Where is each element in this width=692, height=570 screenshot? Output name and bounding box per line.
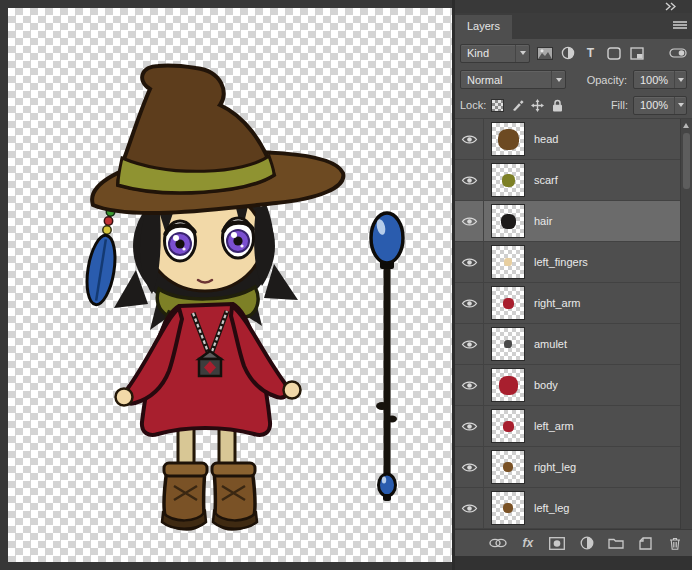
layer-row-left-arm[interactable]: left_arm	[455, 406, 692, 447]
visibility-toggle[interactable]	[455, 242, 484, 282]
visibility-toggle[interactable]	[455, 406, 484, 446]
chevron-down-icon	[674, 97, 686, 114]
pixel-filter-button[interactable]	[534, 44, 555, 63]
layers-list: head scarf hair	[455, 119, 692, 529]
layer-thumbnail[interactable]	[491, 122, 525, 156]
blend-mode-dropdown[interactable]: Normal	[460, 70, 566, 89]
layer-styles-button[interactable]: fx	[519, 534, 537, 552]
layer-row-head[interactable]: head	[455, 119, 692, 160]
new-group-button[interactable]	[608, 534, 626, 552]
fill-dropdown[interactable]: 100%	[633, 96, 687, 115]
eye-icon	[461, 298, 478, 309]
scrollbar-thumb[interactable]	[683, 133, 690, 189]
eye-icon	[461, 257, 478, 268]
lock-all-button[interactable]	[549, 97, 566, 114]
layer-thumbnail[interactable]	[491, 163, 525, 197]
layer-thumbnail[interactable]	[491, 204, 525, 238]
visibility-toggle[interactable]	[455, 324, 484, 364]
visibility-toggle[interactable]	[455, 201, 484, 241]
adjustment-filter-button[interactable]	[557, 44, 578, 63]
visibility-toggle[interactable]	[455, 365, 484, 405]
thumbnail-content	[503, 462, 513, 472]
layer-row-amulet[interactable]: amulet	[455, 324, 692, 365]
shape-filter-button[interactable]	[603, 44, 624, 63]
tab-layers[interactable]: Layers	[455, 15, 512, 39]
adjustment-circle-icon	[580, 536, 594, 550]
layer-name: amulet	[534, 338, 567, 350]
visibility-toggle[interactable]	[455, 447, 484, 487]
type-filter-button[interactable]: T	[580, 44, 601, 63]
lock-transparency-button[interactable]	[489, 97, 506, 114]
character-art	[83, 66, 344, 529]
layer-row-scarf[interactable]: scarf	[455, 160, 692, 201]
thumbnail-content	[504, 340, 512, 348]
layer-row-hair[interactable]: hair	[455, 201, 692, 242]
layer-thumbnail[interactable]	[491, 286, 525, 320]
lock-position-button[interactable]	[529, 97, 546, 114]
opacity-label: Opacity:	[587, 74, 627, 86]
layer-thumbnail[interactable]	[491, 368, 525, 402]
layer-name: left_arm	[534, 420, 574, 432]
layer-mask-icon	[549, 537, 565, 550]
document-canvas[interactable]	[8, 8, 452, 562]
fx-icon: fx	[522, 536, 533, 550]
visibility-toggle[interactable]	[455, 160, 484, 200]
adjustment-icon	[561, 46, 575, 60]
eye-icon	[461, 421, 478, 432]
panel-bottom-strip	[455, 556, 692, 570]
chevron-down-icon	[515, 45, 529, 62]
thumbnail-content	[499, 376, 518, 395]
eye-icon	[461, 380, 478, 391]
thumbnail-content	[503, 421, 514, 432]
blend-mode-value: Normal	[461, 74, 551, 86]
opacity-value: 100%	[634, 74, 674, 86]
opacity-dropdown[interactable]: 100%	[633, 70, 687, 89]
trash-icon	[669, 537, 681, 550]
visibility-toggle[interactable]	[455, 283, 484, 323]
layer-row-right-leg[interactable]: right_leg	[455, 447, 692, 488]
visibility-toggle[interactable]	[455, 119, 484, 159]
layer-row-left-leg[interactable]: left_leg	[455, 488, 692, 529]
new-layer-button[interactable]	[637, 534, 655, 552]
panel-menu-icon[interactable]	[673, 21, 687, 30]
new-adjustment-layer-button[interactable]	[578, 534, 596, 552]
delete-layer-button[interactable]	[667, 534, 685, 552]
layer-thumbnail[interactable]	[491, 245, 525, 279]
fill-value: 100%	[634, 99, 674, 111]
panel-tab-bar: Layers	[455, 13, 692, 39]
eye-icon	[461, 216, 478, 227]
link-layers-button[interactable]	[489, 534, 507, 552]
move-arrows-icon	[531, 99, 544, 112]
layer-thumbnail[interactable]	[491, 327, 525, 361]
collapse-panel-icon[interactable]	[664, 2, 676, 11]
fill-label: Fill:	[611, 99, 628, 111]
layer-row-left-fingers[interactable]: left_fingers	[455, 242, 692, 283]
folder-icon	[608, 537, 624, 549]
kind-label: Kind	[461, 47, 515, 59]
kind-filter-dropdown[interactable]: Kind	[460, 44, 530, 63]
smart-object-filter-button[interactable]	[626, 44, 647, 63]
filtering-toggle-button[interactable]	[669, 47, 687, 59]
scroll-up-icon[interactable]	[683, 123, 689, 128]
layer-thumbnail[interactable]	[491, 450, 525, 484]
layer-name: head	[534, 133, 558, 145]
photoshop-window: Layers Kind	[0, 0, 692, 570]
layer-row-body[interactable]: body	[455, 365, 692, 406]
layer-thumbnail[interactable]	[491, 491, 525, 525]
visibility-toggle[interactable]	[455, 488, 484, 528]
thumbnail-content	[498, 129, 519, 150]
layer-name: right_arm	[534, 297, 580, 309]
link-icon	[489, 538, 507, 548]
eye-icon	[461, 175, 478, 186]
layer-row-right-arm[interactable]: right_arm	[455, 283, 692, 324]
new-layer-icon	[639, 537, 652, 550]
lock-row: Lock: Fill:	[455, 92, 692, 119]
lock-pixels-button[interactable]	[509, 97, 526, 114]
add-layer-mask-button[interactable]	[549, 534, 567, 552]
layer-name: body	[534, 379, 558, 391]
lock-icon	[552, 99, 563, 112]
thumbnail-content	[501, 214, 516, 229]
layers-scrollbar[interactable]	[680, 119, 692, 529]
layer-thumbnail[interactable]	[491, 409, 525, 443]
toggle-switch-icon	[669, 47, 687, 59]
